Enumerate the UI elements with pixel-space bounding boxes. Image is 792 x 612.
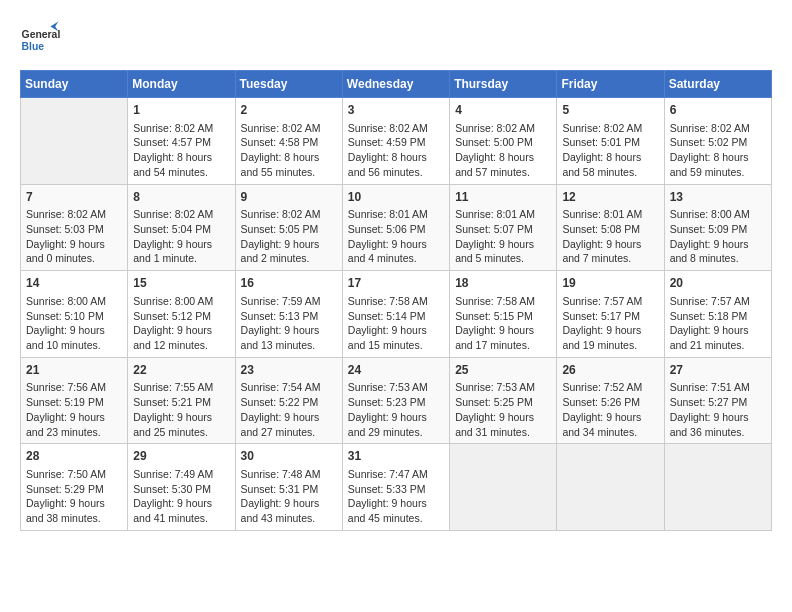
logo: General Blue [20,20,60,60]
header-wednesday: Wednesday [342,71,449,98]
week-row-3: 21Sunrise: 7:56 AMSunset: 5:19 PMDayligh… [21,357,772,444]
svg-text:Blue: Blue [22,41,45,52]
day-info: Sunrise: 7:59 AMSunset: 5:13 PMDaylight:… [241,294,337,353]
day-number: 8 [133,189,229,206]
day-info: Sunrise: 8:02 AMSunset: 5:03 PMDaylight:… [26,207,122,266]
calendar-cell: 10Sunrise: 8:01 AMSunset: 5:06 PMDayligh… [342,184,449,271]
day-info: Sunrise: 7:58 AMSunset: 5:14 PMDaylight:… [348,294,444,353]
calendar-cell: 25Sunrise: 7:53 AMSunset: 5:25 PMDayligh… [450,357,557,444]
day-info: Sunrise: 7:51 AMSunset: 5:27 PMDaylight:… [670,380,766,439]
day-number: 9 [241,189,337,206]
day-number: 10 [348,189,444,206]
day-info: Sunrise: 8:01 AMSunset: 5:08 PMDaylight:… [562,207,658,266]
calendar-cell: 1Sunrise: 8:02 AMSunset: 4:57 PMDaylight… [128,98,235,185]
day-info: Sunrise: 7:52 AMSunset: 5:26 PMDaylight:… [562,380,658,439]
calendar-cell: 26Sunrise: 7:52 AMSunset: 5:26 PMDayligh… [557,357,664,444]
day-info: Sunrise: 7:50 AMSunset: 5:29 PMDaylight:… [26,467,122,526]
day-number: 23 [241,362,337,379]
day-number: 29 [133,448,229,465]
general-blue-logo-icon: General Blue [20,20,60,60]
calendar-cell: 22Sunrise: 7:55 AMSunset: 5:21 PMDayligh… [128,357,235,444]
svg-text:General: General [22,29,60,40]
header-tuesday: Tuesday [235,71,342,98]
day-info: Sunrise: 8:02 AMSunset: 5:04 PMDaylight:… [133,207,229,266]
day-info: Sunrise: 8:02 AMSunset: 5:02 PMDaylight:… [670,121,766,180]
day-info: Sunrise: 7:55 AMSunset: 5:21 PMDaylight:… [133,380,229,439]
day-info: Sunrise: 8:01 AMSunset: 5:06 PMDaylight:… [348,207,444,266]
calendar-cell: 23Sunrise: 7:54 AMSunset: 5:22 PMDayligh… [235,357,342,444]
day-number: 21 [26,362,122,379]
day-number: 2 [241,102,337,119]
calendar-cell: 17Sunrise: 7:58 AMSunset: 5:14 PMDayligh… [342,271,449,358]
day-number: 20 [670,275,766,292]
week-row-1: 7Sunrise: 8:02 AMSunset: 5:03 PMDaylight… [21,184,772,271]
calendar-cell: 29Sunrise: 7:49 AMSunset: 5:30 PMDayligh… [128,444,235,531]
header-thursday: Thursday [450,71,557,98]
calendar-cell: 3Sunrise: 8:02 AMSunset: 4:59 PMDaylight… [342,98,449,185]
calendar-cell [664,444,771,531]
day-number: 18 [455,275,551,292]
day-info: Sunrise: 7:57 AMSunset: 5:18 PMDaylight:… [670,294,766,353]
header-monday: Monday [128,71,235,98]
day-number: 15 [133,275,229,292]
calendar-body: 1Sunrise: 8:02 AMSunset: 4:57 PMDaylight… [21,98,772,531]
day-info: Sunrise: 7:56 AMSunset: 5:19 PMDaylight:… [26,380,122,439]
calendar-cell [557,444,664,531]
calendar-cell: 9Sunrise: 8:02 AMSunset: 5:05 PMDaylight… [235,184,342,271]
calendar-cell: 2Sunrise: 8:02 AMSunset: 4:58 PMDaylight… [235,98,342,185]
day-info: Sunrise: 8:01 AMSunset: 5:07 PMDaylight:… [455,207,551,266]
calendar-cell: 14Sunrise: 8:00 AMSunset: 5:10 PMDayligh… [21,271,128,358]
calendar-cell: 31Sunrise: 7:47 AMSunset: 5:33 PMDayligh… [342,444,449,531]
calendar-cell: 20Sunrise: 7:57 AMSunset: 5:18 PMDayligh… [664,271,771,358]
calendar-cell: 4Sunrise: 8:02 AMSunset: 5:00 PMDaylight… [450,98,557,185]
day-info: Sunrise: 7:48 AMSunset: 5:31 PMDaylight:… [241,467,337,526]
day-info: Sunrise: 8:00 AMSunset: 5:10 PMDaylight:… [26,294,122,353]
day-number: 17 [348,275,444,292]
day-info: Sunrise: 7:54 AMSunset: 5:22 PMDaylight:… [241,380,337,439]
day-number: 11 [455,189,551,206]
day-info: Sunrise: 8:02 AMSunset: 5:01 PMDaylight:… [562,121,658,180]
calendar-cell [21,98,128,185]
day-info: Sunrise: 7:58 AMSunset: 5:15 PMDaylight:… [455,294,551,353]
week-row-2: 14Sunrise: 8:00 AMSunset: 5:10 PMDayligh… [21,271,772,358]
day-number: 28 [26,448,122,465]
calendar-cell: 8Sunrise: 8:02 AMSunset: 5:04 PMDaylight… [128,184,235,271]
day-number: 6 [670,102,766,119]
calendar-cell: 7Sunrise: 8:02 AMSunset: 5:03 PMDaylight… [21,184,128,271]
day-number: 26 [562,362,658,379]
calendar-cell: 30Sunrise: 7:48 AMSunset: 5:31 PMDayligh… [235,444,342,531]
calendar-cell: 11Sunrise: 8:01 AMSunset: 5:07 PMDayligh… [450,184,557,271]
day-info: Sunrise: 7:47 AMSunset: 5:33 PMDaylight:… [348,467,444,526]
calendar-header: SundayMondayTuesdayWednesdayThursdayFrid… [21,71,772,98]
day-number: 25 [455,362,551,379]
calendar-cell: 12Sunrise: 8:01 AMSunset: 5:08 PMDayligh… [557,184,664,271]
day-info: Sunrise: 8:00 AMSunset: 5:12 PMDaylight:… [133,294,229,353]
day-number: 5 [562,102,658,119]
calendar-cell: 24Sunrise: 7:53 AMSunset: 5:23 PMDayligh… [342,357,449,444]
day-number: 22 [133,362,229,379]
day-number: 1 [133,102,229,119]
header-friday: Friday [557,71,664,98]
calendar-cell: 6Sunrise: 8:02 AMSunset: 5:02 PMDaylight… [664,98,771,185]
day-number: 30 [241,448,337,465]
day-info: Sunrise: 8:02 AMSunset: 4:59 PMDaylight:… [348,121,444,180]
page-header: General Blue [20,20,772,60]
calendar-cell: 5Sunrise: 8:02 AMSunset: 5:01 PMDaylight… [557,98,664,185]
calendar-cell: 27Sunrise: 7:51 AMSunset: 5:27 PMDayligh… [664,357,771,444]
calendar-table: SundayMondayTuesdayWednesdayThursdayFrid… [20,70,772,531]
day-number: 13 [670,189,766,206]
day-info: Sunrise: 7:53 AMSunset: 5:23 PMDaylight:… [348,380,444,439]
week-row-0: 1Sunrise: 8:02 AMSunset: 4:57 PMDaylight… [21,98,772,185]
week-row-4: 28Sunrise: 7:50 AMSunset: 5:29 PMDayligh… [21,444,772,531]
day-info: Sunrise: 8:02 AMSunset: 5:05 PMDaylight:… [241,207,337,266]
day-info: Sunrise: 8:02 AMSunset: 4:58 PMDaylight:… [241,121,337,180]
day-info: Sunrise: 7:49 AMSunset: 5:30 PMDaylight:… [133,467,229,526]
day-number: 16 [241,275,337,292]
day-number: 12 [562,189,658,206]
day-number: 7 [26,189,122,206]
calendar-cell: 19Sunrise: 7:57 AMSunset: 5:17 PMDayligh… [557,271,664,358]
header-row: SundayMondayTuesdayWednesdayThursdayFrid… [21,71,772,98]
day-info: Sunrise: 8:02 AMSunset: 4:57 PMDaylight:… [133,121,229,180]
day-number: 27 [670,362,766,379]
calendar-cell: 28Sunrise: 7:50 AMSunset: 5:29 PMDayligh… [21,444,128,531]
